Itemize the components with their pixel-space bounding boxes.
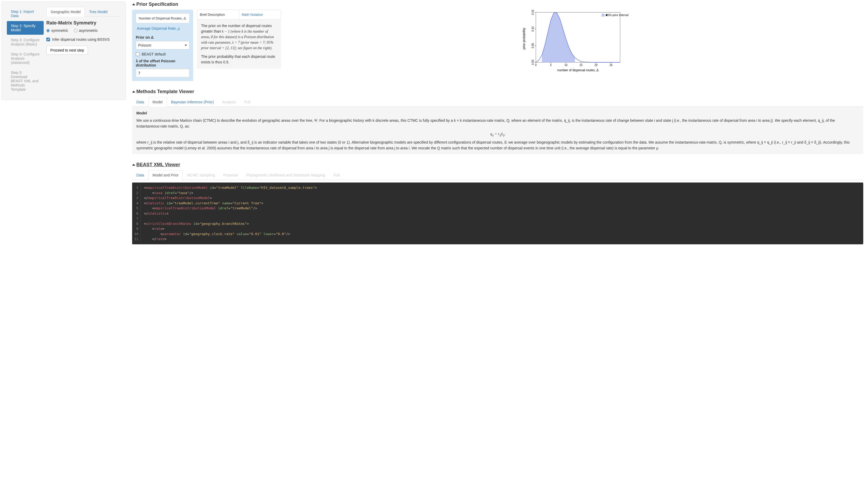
svg-rect-2	[602, 14, 604, 17]
tab-dispersal-routes[interactable]: Number of Dispersal Routes, Δ	[136, 14, 189, 23]
svg-text:0.10: 0.10	[532, 26, 534, 32]
tab-xml-phylo[interactable]: Phylogenetic Likelihood and Stochastic M…	[242, 170, 329, 180]
checkbox-beast-default[interactable]	[136, 52, 139, 56]
radio-asymmetric-label: asymmetric	[79, 28, 98, 33]
tab-xml-mcmc[interactable]: MCMC Sampling	[183, 170, 219, 180]
proceed-button[interactable]: Proceed to next step	[46, 46, 88, 55]
prior-plot: ■ 95% prior interval 0510152025 0.000.05…	[285, 10, 863, 74]
svg-text:5: 5	[550, 64, 552, 66]
lambda-input[interactable]	[136, 69, 190, 77]
prior-distribution-select[interactable]: Poisson	[136, 41, 190, 49]
methods-equation: qij = rijδij,	[136, 131, 859, 138]
svg-text:0.15: 0.15	[532, 10, 534, 15]
plot-legend: 95% prior interval	[606, 13, 628, 17]
chevron-up-icon	[132, 3, 135, 5]
tab-methods-bayesian[interactable]: Bayesian Inference (Prior)	[167, 97, 218, 107]
xml-section-title: BEAST XML Viewer	[136, 162, 180, 168]
radio-symmetric-label: symmetric	[51, 28, 68, 33]
checkbox-beast-default-label: BEAST default	[141, 52, 166, 56]
svg-text:15: 15	[580, 64, 583, 66]
prior-specification-section: Prior Specification Number of Dispersal …	[132, 2, 863, 81]
checkbox-bssvs[interactable]	[46, 37, 50, 41]
chevron-up-icon	[132, 164, 135, 166]
tab-geographic-model[interactable]: Geographic Model	[46, 7, 85, 17]
tab-avg-dispersal-rate[interactable]: Average Dispersal Rate, μ	[136, 26, 190, 33]
tab-math-notation[interactable]: Math Notation	[239, 10, 281, 19]
methods-viewer-section: Methods Template Viewer Data Model Bayes…	[132, 89, 863, 154]
description-body: The prior on the number of dispersal rou…	[197, 19, 281, 68]
svg-text:10: 10	[565, 64, 568, 66]
plot-ylabel: prior probability	[522, 28, 526, 49]
xml-code-block[interactable]: 1234567891011 <empiricalTreeDistribution…	[132, 183, 863, 244]
chevron-up-icon	[132, 91, 135, 93]
methods-section-toggle[interactable]: Methods Template Viewer	[132, 89, 863, 94]
tab-xml-proposal[interactable]: Proposal	[219, 170, 242, 180]
xml-viewer-section: BEAST XML Viewer Data Model and Prior MC…	[132, 162, 863, 244]
radio-symmetric[interactable]: symmetric	[46, 28, 68, 33]
tab-methods-data[interactable]: Data	[132, 97, 148, 107]
code-lines: <empiricalTreeDistributionModel id="tree…	[141, 183, 863, 244]
prior-controls-panel: Number of Dispersal Routes, Δ Average Di…	[132, 10, 193, 81]
tab-xml-full[interactable]: Full	[330, 170, 344, 180]
radio-asymmetric[interactable]: asymmetric	[74, 28, 98, 33]
sidebar-item-step4[interactable]: Step 4: Configure Analysis (Advanced)	[7, 49, 44, 67]
svg-text:20: 20	[595, 64, 598, 66]
code-gutter: 1234567891011	[132, 183, 141, 244]
svg-text:0: 0	[535, 64, 537, 66]
lambda-label: λ of the offset Poisson distribution	[136, 59, 190, 67]
prior-section-toggle[interactable]: Prior Specification	[132, 2, 863, 7]
tab-tree-model[interactable]: Tree Model	[85, 7, 111, 17]
sidebar-item-step3[interactable]: Step 3: Configure Analysis (Basic)	[7, 35, 44, 49]
methods-panel-body: We use a continuous-time Markov chain (C…	[136, 118, 859, 151]
sidebar-item-step1[interactable]: Step 1: Import Data	[7, 7, 44, 20]
symmetry-heading: Rate-Matrix Symmetry	[46, 20, 121, 26]
prior-section-title: Prior Specification	[136, 2, 178, 7]
tab-brief-description[interactable]: Brief Description	[197, 10, 239, 19]
sidebar-item-step5[interactable]: Step 5: Download BEAST XML and Methods T…	[7, 68, 44, 94]
prior-on-delta-label: Prior on Δ	[136, 35, 190, 40]
svg-text:25: 25	[610, 64, 613, 66]
step-nav: Step 1: Import Data Step 2: Specify Mode…	[7, 7, 44, 95]
sidebar-item-step2[interactable]: Step 2: Specify Model	[7, 21, 44, 35]
methods-section-title: Methods Template Viewer	[136, 89, 194, 94]
tab-xml-data[interactable]: Data	[132, 170, 148, 180]
svg-text:0.00: 0.00	[532, 60, 534, 65]
tab-xml-model-prior[interactable]: Model and Prior	[148, 170, 183, 180]
methods-panel-heading: Model	[136, 111, 859, 115]
plot-xlabel: number of dispersal routes, Δ	[557, 68, 599, 72]
model-tabs: Geographic Model Tree Model	[46, 7, 121, 17]
caret-down-icon	[184, 45, 187, 46]
prior-distribution-value: Poisson	[138, 43, 151, 47]
tab-methods-full[interactable]: Full	[240, 97, 255, 107]
tab-methods-model[interactable]: Model	[148, 97, 167, 107]
tab-methods-analysis[interactable]: Analysis	[218, 97, 240, 107]
svg-text:0.05: 0.05	[532, 43, 534, 48]
xml-section-toggle[interactable]: BEAST XML Viewer	[132, 162, 863, 168]
methods-panel: Model We use a continuous-time Markov ch…	[132, 107, 863, 154]
checkbox-bssvs-label: Infer dispersal routes using BSSVS	[52, 37, 110, 42]
description-panel: Brief Description Math Notation The prio…	[197, 10, 281, 68]
